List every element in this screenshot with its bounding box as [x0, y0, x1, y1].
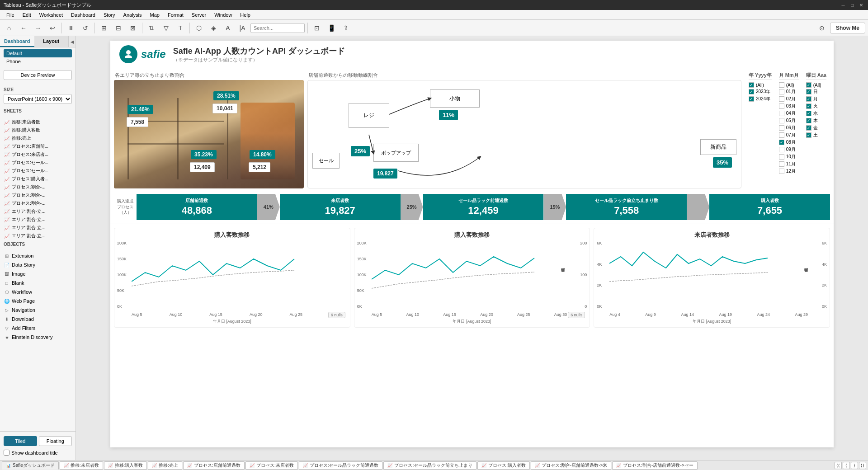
cb-thu[interactable]: ✓ [806, 118, 811, 123]
filter-2024[interactable]: ✓ 2024年 [749, 95, 772, 103]
tab-visitors-trend[interactable]: 📈 推移:来店者数 [60, 461, 103, 470]
toolbar-home[interactable]: ⌂ [3, 22, 15, 34]
menu-edit[interactable]: Edit [19, 11, 35, 19]
object-add-filters[interactable]: ▽ Add Filters [0, 324, 75, 333]
menu-analysis[interactable]: Analysis [120, 11, 146, 19]
sheet-item-15[interactable]: 📈 エリア:割合-立... [0, 232, 75, 239]
tab-process-7[interactable]: 📈 プロセス:割合-店舗前通過数->セー [612, 461, 697, 470]
object-webpage[interactable]: 🌐 Web Page [0, 296, 75, 306]
object-image[interactable]: 🖼 Image [0, 269, 75, 278]
object-data-story[interactable]: 📄 Data Story [0, 260, 75, 269]
tab-nav-prev[interactable]: ⟨ [843, 462, 850, 469]
toolbar-mark2[interactable]: |A [236, 22, 249, 34]
menu-story[interactable]: Story [100, 11, 119, 19]
cb-all-day[interactable]: ✓ [806, 82, 811, 88]
menu-map[interactable]: Map [146, 11, 163, 19]
filter-tue[interactable]: ✓火 [806, 103, 826, 110]
sheet-item-5[interactable]: 📈 プロセス:来店者... [0, 150, 75, 159]
filter-11[interactable]: 11月 [779, 160, 799, 168]
sheet-item-12[interactable]: 📈 エリア:割合-立... [0, 207, 75, 216]
option-phone[interactable]: Phone [4, 57, 72, 66]
sheet-item-3[interactable]: 📈 推移:売上 [0, 134, 75, 142]
toolbar-view[interactable]: ⊞ [98, 22, 110, 34]
cb-sat[interactable]: ✓ [806, 132, 811, 138]
sheet-item-11[interactable]: 📈 プロセス:割合-... [0, 199, 75, 207]
sidebar-collapse-btn[interactable]: ◀ [68, 36, 75, 47]
cb-wed[interactable]: ✓ [806, 111, 811, 116]
filter-sat[interactable]: ✓土 [806, 132, 826, 139]
toolbar-sort[interactable]: ⇅ [145, 22, 158, 34]
toolbar-tooltip[interactable]: ◈ [207, 22, 220, 34]
filter-10[interactable]: 10月 [779, 153, 799, 160]
filter-month-all[interactable]: (All) [779, 82, 799, 88]
tab-dashboard[interactable]: Dashboard [0, 36, 34, 47]
menu-worksheet[interactable]: Worksheet [36, 11, 66, 19]
close-btn[interactable]: ✕ [858, 2, 864, 8]
cb-07[interactable] [779, 132, 784, 138]
cb-tue[interactable]: ✓ [806, 103, 811, 109]
show-title-checkbox[interactable] [4, 450, 9, 456]
canvas-area[interactable]: safie Safie AI-App 人数カウントAPI ダッシュボード （※デ… [76, 36, 868, 460]
toolbar-label[interactable]: T [174, 22, 187, 34]
cb-05[interactable] [779, 118, 784, 123]
filter-2023[interactable]: ✓ 2023年 [749, 88, 772, 95]
cb-month-all[interactable] [779, 82, 784, 88]
filter-12[interactable]: 12月 [779, 168, 799, 175]
toolbar-fit[interactable]: ⊟ [112, 22, 125, 34]
sheet-item-7[interactable]: 📈 プロセス:セール... [0, 167, 75, 175]
toolbar-back[interactable]: ← [17, 22, 30, 34]
filter-06[interactable]: 06月 [779, 124, 799, 132]
tab-sales-trend[interactable]: 📈 推移:売上 [148, 461, 182, 470]
cb-08[interactable]: ✓ [779, 140, 784, 145]
tab-safie[interactable]: 📊 Safieダッシュボード [2, 461, 59, 470]
toolbar-highlight[interactable]: ⬡ [193, 22, 205, 34]
menu-server[interactable]: Server [188, 11, 210, 19]
toolbar-present[interactable]: ⊡ [311, 22, 323, 34]
cb-mon[interactable]: ✓ [806, 96, 811, 102]
object-einstein[interactable]: ★ Einstein Discovery [0, 333, 75, 342]
cb-06[interactable] [779, 125, 784, 131]
tab-process-4[interactable]: 📈 プロセス:セール品ラック前立ち止まり [383, 461, 476, 470]
sheet-item-4[interactable]: 📈 プロセス:店舗前... [0, 142, 75, 150]
filter-mon[interactable]: ✓月 [806, 95, 826, 103]
filter-08[interactable]: ✓08月 [779, 139, 799, 146]
size-select[interactable]: PowerPoint (1600 x 900) [4, 94, 72, 104]
filter-04[interactable]: 04月 [779, 110, 799, 117]
toolbar-device[interactable]: 📱 [325, 22, 338, 34]
cb-01[interactable] [779, 89, 784, 94]
tab-nav-last[interactable]: ⟩⟩ [859, 462, 866, 469]
filter-07[interactable]: 07月 [779, 132, 799, 139]
minimize-btn[interactable]: ─ [840, 2, 846, 8]
tab-nav-next[interactable]: ⟩ [851, 462, 858, 469]
toolbar-grid[interactable]: ⊠ [127, 22, 139, 34]
tab-process-1[interactable]: 📈 プロセス:店舗前通過数 [183, 461, 245, 470]
device-preview-button[interactable]: Device Preview [4, 70, 72, 80]
toolbar-share[interactable]: ⇪ [340, 22, 352, 34]
cb-year-all[interactable]: ✓ [749, 82, 754, 88]
filter-year-all[interactable]: ✓ (All) [749, 82, 772, 88]
toolbar-bookmark[interactable]: ⊙ [816, 22, 828, 34]
sheet-item-10[interactable]: 📈 プロセス:割合-... [0, 191, 75, 199]
tab-process-5[interactable]: 📈 プロセス:購入者数 [477, 461, 530, 470]
object-navigation[interactable]: ▷ Navigation [0, 306, 75, 315]
tab-process-6[interactable]: 📈 プロセス:割合-店舗前通過数->米 [531, 461, 611, 470]
cb-2024[interactable]: ✓ [749, 96, 754, 102]
filter-all-day[interactable]: ✓(All) [806, 82, 826, 88]
tab-layout[interactable]: Layout [34, 36, 69, 47]
filter-wed[interactable]: ✓水 [806, 110, 826, 117]
tab-process-2[interactable]: 📈 プロセス:来店者数 [245, 461, 298, 470]
sheet-item-13[interactable]: 📈 エリア:割合-立... [0, 216, 75, 224]
cb-2023[interactable]: ✓ [749, 89, 754, 94]
object-blank[interactable]: □ Blank [0, 278, 75, 287]
filter-sun[interactable]: ✓日 [806, 88, 826, 95]
menu-window[interactable]: Window [211, 11, 236, 19]
cb-04[interactable] [779, 111, 784, 116]
object-workflow[interactable]: ⬡ Workflow [0, 287, 75, 296]
toolbar-refresh[interactable]: ↺ [79, 22, 92, 34]
sheet-item-1[interactable]: 📈 推移:来店者数 [0, 118, 75, 126]
sheet-item-14[interactable]: 📈 エリア:割合-立... [0, 224, 75, 232]
toolbar-pause[interactable]: ⏸ [65, 22, 77, 34]
filter-01[interactable]: 01月 [779, 88, 799, 95]
cb-10[interactable] [779, 154, 784, 160]
toolbar-redo[interactable]: ↩ [46, 22, 59, 34]
